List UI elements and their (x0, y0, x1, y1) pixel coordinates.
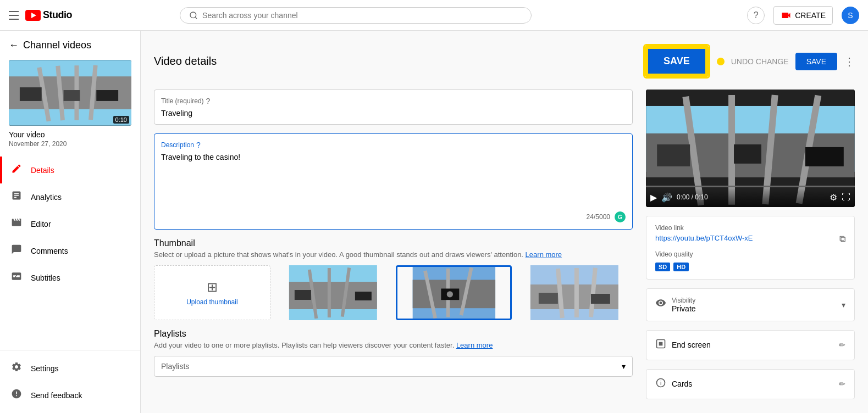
title-input[interactable] (161, 109, 626, 118)
visibility-info: Visibility Private (672, 297, 696, 313)
title-label: Title (required) ? (161, 97, 626, 105)
save-highlight-wrapper: SAVE (643, 44, 725, 79)
playlists-dropdown[interactable]: Playlists ▾ (154, 356, 633, 377)
video-url[interactable]: https://youtu.be/pTCT4oxW-xE (655, 234, 753, 242)
back-label: Channel videos (23, 40, 91, 51)
details-icon (11, 163, 22, 177)
copy-link-icon[interactable]: ⧉ (839, 234, 845, 244)
visibility-label: Visibility (672, 297, 696, 304)
end-screen-icon (655, 338, 666, 352)
editor-label: Editor (31, 220, 51, 228)
thumbnail-title: Thumbnail (154, 238, 633, 248)
visibility-left: Visibility Private (655, 297, 696, 313)
save-button-highlighted[interactable]: SAVE (646, 47, 707, 76)
video-link-label: Video link (655, 224, 845, 232)
thumbnail-image-1 (275, 265, 391, 320)
grammarly-icon: G (615, 211, 626, 222)
player-controls: ▶ 🔊 0:00 / 0:10 ⚙ ⛶ (646, 188, 855, 207)
search-icon (189, 11, 198, 20)
svg-rect-43 (734, 144, 761, 164)
sidebar-item-details[interactable]: Details (0, 157, 140, 183)
thumbnail-image-2 (397, 267, 511, 319)
cards-label: Cards (672, 379, 692, 388)
description-help-icon[interactable]: ? (196, 141, 201, 149)
cards-icon: i (655, 377, 666, 391)
header-actions: SAVE UNDO CHANGE SAVE ⋮ (643, 44, 855, 79)
end-screen-edit-icon[interactable]: ✏ (839, 341, 845, 349)
description-field-group: Description ? Traveling to the casino! 2… (154, 133, 633, 230)
thumbnail-option-2[interactable] (396, 265, 512, 320)
svg-rect-10 (20, 87, 42, 101)
sidebar-item-editor[interactable]: Editor (0, 210, 140, 237)
sidebar-item-subtitles[interactable]: Subtitles (0, 264, 140, 291)
upload-thumbnail-button[interactable]: ⊞ Upload thumbnail (154, 265, 270, 320)
help-button[interactable]: ? (747, 7, 765, 24)
back-to-channel[interactable]: ← Channel videos (0, 31, 140, 60)
create-label: CREATE (795, 11, 826, 20)
hamburger-menu[interactable] (9, 11, 19, 20)
page-title: Video details (154, 55, 217, 68)
settings-icon (11, 361, 22, 375)
settings-player-icon[interactable]: ⚙ (830, 192, 837, 203)
feedback-label: Send feedback (31, 391, 82, 400)
upload-icon: ⊞ (207, 280, 218, 295)
header: Studio ? CREATE S (0, 0, 868, 31)
undo-change-button[interactable]: UNDO CHANGE (731, 57, 789, 66)
comments-label: Comments (31, 247, 68, 255)
analytics-label: Analytics (31, 193, 62, 202)
video-thumbnail-small: 0:10 (9, 60, 131, 126)
user-avatar[interactable]: S (842, 7, 859, 24)
svg-rect-11 (96, 90, 118, 101)
create-icon (781, 10, 792, 21)
search-input[interactable] (202, 11, 522, 20)
progress-bar[interactable] (646, 186, 855, 187)
time-display: 0:00 / 0:10 (677, 193, 825, 201)
subtitles-label: Subtitles (31, 274, 60, 282)
play-button[interactable]: ▶ (650, 192, 657, 203)
title-field-group: Title (required) ? (154, 90, 633, 125)
cards-edit-icon[interactable]: ✏ (839, 379, 845, 388)
search-bar[interactable] (180, 7, 532, 24)
visibility-card[interactable]: Visibility Private ▾ (646, 288, 855, 321)
save-highlight-box: SAVE (643, 44, 710, 79)
help-icon: ? (754, 10, 759, 20)
thumbnail-learn-more[interactable]: Learn more (526, 250, 562, 259)
video-duration: 0:10 (113, 116, 129, 124)
svg-rect-19 (355, 292, 372, 300)
more-options-button[interactable]: ⋮ (844, 55, 855, 68)
save-button[interactable]: SAVE (795, 53, 837, 70)
svg-line-3 (195, 17, 197, 19)
visibility-value: Private (672, 304, 696, 313)
sidebar-item-settings[interactable]: Settings (0, 355, 140, 382)
playlists-section: Playlists Add your video to one or more … (154, 329, 633, 377)
youtube-logo-icon (25, 10, 41, 21)
create-button[interactable]: CREATE (773, 6, 833, 25)
fullscreen-icon[interactable]: ⛶ (842, 192, 850, 202)
video-info-panel: Video link https://youtu.be/pTCT4oxW-xE … (646, 216, 855, 280)
thumbnail-option-1[interactable] (275, 265, 391, 320)
thumbnail-grid: ⊞ Upload thumbnail (154, 265, 633, 320)
svg-rect-41 (657, 144, 690, 166)
studio-logo-text: Studio (43, 9, 72, 21)
end-screen-card[interactable]: End screen ✏ (646, 330, 855, 360)
description-label: Description ? (161, 141, 626, 149)
cards-left: i Cards (655, 377, 692, 391)
form-section: Title (required) ? Description ? Traveli… (154, 90, 633, 399)
title-help-icon[interactable]: ? (206, 97, 211, 105)
cards-card[interactable]: i Cards ✏ (646, 369, 855, 399)
svg-rect-45 (659, 342, 663, 345)
sidebar-nav: Details Analytics Editor Comments (0, 157, 140, 350)
analytics-icon (11, 190, 22, 204)
quality-section: Video quality SD HD (655, 250, 845, 271)
svg-rect-32 (539, 293, 558, 304)
thumbnail-desc: Select or upload a picture that shows wh… (154, 250, 633, 259)
volume-button[interactable]: 🔊 (661, 192, 672, 203)
sidebar-item-analytics[interactable]: Analytics (0, 183, 140, 210)
svg-rect-16 (328, 268, 331, 317)
playlists-learn-more[interactable]: Learn more (456, 341, 493, 349)
description-input[interactable]: Traveling to the casino! (161, 153, 626, 205)
thumbnail-option-3[interactable] (516, 265, 633, 320)
visibility-dropdown-icon[interactable]: ▾ (842, 300, 845, 309)
sidebar-item-comments[interactable]: Comments (0, 237, 140, 264)
sidebar-item-feedback[interactable]: Send feedback (0, 382, 140, 409)
